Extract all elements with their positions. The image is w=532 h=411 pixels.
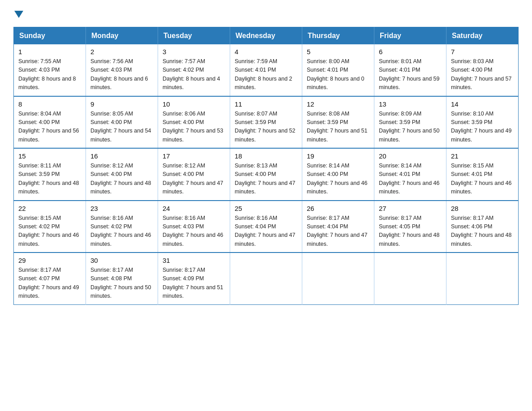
calendar-cell [230,253,302,304]
page-header [13,9,519,18]
calendar-cell: 11Sunrise: 8:07 AMSunset: 3:59 PMDayligh… [230,96,302,149]
day-number: 24 [163,205,225,212]
day-number: 17 [163,152,225,160]
col-header-wednesday: Wednesday [230,27,302,45]
calendar-cell: 26Sunrise: 8:17 AMSunset: 4:04 PMDayligh… [302,201,374,253]
day-info: Sunrise: 8:14 AMSunset: 4:00 PMDaylight:… [307,162,369,197]
day-number: 14 [451,100,514,108]
calendar-cell: 7Sunrise: 8:03 AMSunset: 4:00 PMDaylight… [446,44,519,96]
day-info: Sunrise: 8:14 AMSunset: 4:01 PMDaylight:… [379,162,442,197]
day-info: Sunrise: 8:13 AMSunset: 4:00 PMDaylight:… [235,162,297,197]
calendar-cell [374,253,446,304]
day-number: 13 [379,100,442,108]
day-info: Sunrise: 8:12 AMSunset: 4:00 PMDaylight:… [163,162,225,197]
calendar-cell: 24Sunrise: 8:16 AMSunset: 4:03 PMDayligh… [158,201,230,253]
day-info: Sunrise: 8:03 AMSunset: 4:00 PMDaylight:… [451,57,514,92]
calendar-cell: 21Sunrise: 8:15 AMSunset: 4:01 PMDayligh… [446,148,519,201]
calendar-cell: 17Sunrise: 8:12 AMSunset: 4:00 PMDayligh… [158,148,230,201]
calendar-cell: 20Sunrise: 8:14 AMSunset: 4:01 PMDayligh… [374,148,446,201]
day-info: Sunrise: 7:56 AMSunset: 4:03 PMDaylight:… [90,57,153,92]
day-number: 29 [18,257,81,264]
day-info: Sunrise: 8:17 AMSunset: 4:07 PMDaylight:… [18,266,81,301]
day-number: 28 [451,205,514,212]
col-header-tuesday: Tuesday [158,27,230,45]
day-number: 2 [90,48,153,56]
calendar-week-row: 1Sunrise: 7:55 AMSunset: 4:03 PMDaylight… [14,44,519,96]
day-number: 16 [90,152,153,160]
calendar-cell: 12Sunrise: 8:08 AMSunset: 3:59 PMDayligh… [302,96,374,149]
calendar-cell [302,253,374,304]
calendar-table: SundayMondayTuesdayWednesdayThursdayFrid… [13,27,519,305]
calendar-cell: 9Sunrise: 8:05 AMSunset: 4:00 PMDaylight… [86,96,158,149]
day-info: Sunrise: 7:59 AMSunset: 4:01 PMDaylight:… [235,57,297,92]
day-info: Sunrise: 8:05 AMSunset: 4:00 PMDaylight:… [90,110,153,145]
day-number: 1 [18,48,81,56]
day-info: Sunrise: 8:08 AMSunset: 3:59 PMDaylight:… [307,110,369,145]
day-info: Sunrise: 8:16 AMSunset: 4:02 PMDaylight:… [90,214,153,249]
calendar-cell: 18Sunrise: 8:13 AMSunset: 4:00 PMDayligh… [230,148,302,201]
day-number: 4 [235,48,297,56]
day-info: Sunrise: 8:07 AMSunset: 3:59 PMDaylight:… [235,110,297,145]
calendar-cell: 3Sunrise: 7:57 AMSunset: 4:02 PMDaylight… [158,44,230,96]
calendar-cell: 30Sunrise: 8:17 AMSunset: 4:08 PMDayligh… [86,253,158,304]
day-info: Sunrise: 8:16 AMSunset: 4:04 PMDaylight:… [235,214,297,249]
col-header-friday: Friday [374,27,446,45]
day-number: 31 [163,257,225,264]
calendar-week-row: 22Sunrise: 8:15 AMSunset: 4:02 PMDayligh… [14,201,519,253]
logo [13,9,24,18]
day-number: 15 [18,152,81,160]
calendar-cell: 25Sunrise: 8:16 AMSunset: 4:04 PMDayligh… [230,201,302,253]
calendar-cell: 14Sunrise: 8:10 AMSunset: 3:59 PMDayligh… [446,96,519,149]
day-info: Sunrise: 8:17 AMSunset: 4:05 PMDaylight:… [379,214,442,249]
calendar-cell: 16Sunrise: 8:12 AMSunset: 4:00 PMDayligh… [86,148,158,201]
calendar-cell: 5Sunrise: 8:00 AMSunset: 4:01 PMDaylight… [302,44,374,96]
day-info: Sunrise: 7:57 AMSunset: 4:02 PMDaylight:… [163,57,225,92]
col-header-sunday: Sunday [14,27,86,45]
day-number: 25 [235,205,297,212]
day-number: 8 [18,100,81,108]
calendar-week-row: 15Sunrise: 8:11 AMSunset: 3:59 PMDayligh… [14,148,519,201]
day-number: 7 [451,48,514,56]
day-info: Sunrise: 8:17 AMSunset: 4:09 PMDaylight:… [163,266,225,301]
calendar-cell: 8Sunrise: 8:04 AMSunset: 4:00 PMDaylight… [14,96,86,149]
day-number: 26 [307,205,369,212]
calendar-cell: 19Sunrise: 8:14 AMSunset: 4:00 PMDayligh… [302,148,374,201]
calendar-cell: 31Sunrise: 8:17 AMSunset: 4:09 PMDayligh… [158,253,230,304]
calendar-cell: 10Sunrise: 8:06 AMSunset: 4:00 PMDayligh… [158,96,230,149]
day-number: 10 [163,100,225,108]
calendar-cell: 27Sunrise: 8:17 AMSunset: 4:05 PMDayligh… [374,201,446,253]
day-info: Sunrise: 8:06 AMSunset: 4:00 PMDaylight:… [163,110,225,145]
calendar-cell: 2Sunrise: 7:56 AMSunset: 4:03 PMDaylight… [86,44,158,96]
calendar-week-row: 29Sunrise: 8:17 AMSunset: 4:07 PMDayligh… [14,253,519,304]
day-info: Sunrise: 8:17 AMSunset: 4:04 PMDaylight:… [307,214,369,249]
day-number: 23 [90,205,153,212]
day-number: 27 [379,205,442,212]
day-info: Sunrise: 8:15 AMSunset: 4:01 PMDaylight:… [451,162,514,197]
col-header-saturday: Saturday [446,27,519,45]
calendar-cell [446,253,519,304]
day-info: Sunrise: 8:00 AMSunset: 4:01 PMDaylight:… [307,57,369,92]
day-number: 12 [307,100,369,108]
calendar-cell: 28Sunrise: 8:17 AMSunset: 4:06 PMDayligh… [446,201,519,253]
day-info: Sunrise: 8:10 AMSunset: 3:59 PMDaylight:… [451,110,514,145]
day-info: Sunrise: 8:15 AMSunset: 4:02 PMDaylight:… [18,214,81,249]
day-number: 5 [307,48,369,56]
day-info: Sunrise: 8:17 AMSunset: 4:06 PMDaylight:… [451,214,514,249]
calendar-cell: 6Sunrise: 8:01 AMSunset: 4:01 PMDaylight… [374,44,446,96]
day-number: 21 [451,152,514,160]
day-number: 22 [18,205,81,212]
day-info: Sunrise: 8:04 AMSunset: 4:00 PMDaylight:… [18,110,81,145]
calendar-cell: 13Sunrise: 8:09 AMSunset: 3:59 PMDayligh… [374,96,446,149]
calendar-cell: 4Sunrise: 7:59 AMSunset: 4:01 PMDaylight… [230,44,302,96]
calendar-header-row: SundayMondayTuesdayWednesdayThursdayFrid… [14,27,519,45]
calendar-week-row: 8Sunrise: 8:04 AMSunset: 4:00 PMDaylight… [14,96,519,149]
day-info: Sunrise: 7:55 AMSunset: 4:03 PMDaylight:… [18,57,81,92]
day-number: 18 [235,152,297,160]
calendar-cell: 1Sunrise: 7:55 AMSunset: 4:03 PMDaylight… [14,44,86,96]
day-number: 9 [90,100,153,108]
day-number: 30 [90,257,153,264]
calendar-cell: 29Sunrise: 8:17 AMSunset: 4:07 PMDayligh… [14,253,86,304]
logo-arrow-icon [14,11,23,18]
day-number: 6 [379,48,442,56]
calendar-cell: 15Sunrise: 8:11 AMSunset: 3:59 PMDayligh… [14,148,86,201]
